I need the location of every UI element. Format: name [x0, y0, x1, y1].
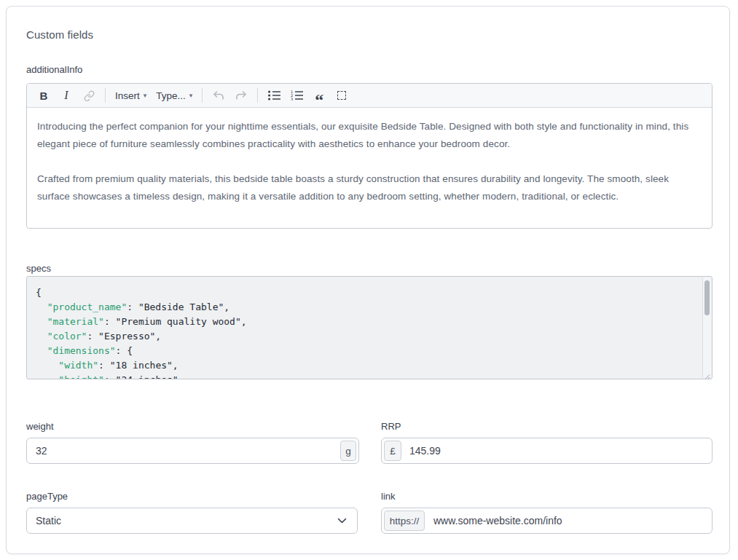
undo-icon — [213, 90, 224, 101]
undo-button[interactable] — [212, 87, 225, 104]
rrp-input[interactable] — [382, 438, 712, 463]
additional-info-label: additionalInfo — [26, 64, 82, 75]
rich-text-editor: BIInsert▾Type...▾123“ Introducing the pe… — [26, 83, 713, 229]
link-field: https:// — [381, 508, 713, 534]
code-line: "material": "Premium quality wood", — [36, 315, 696, 329]
page-type-select[interactable]: Static — [26, 508, 358, 534]
weight-unit-addon: g — [340, 441, 356, 461]
rich-text-content[interactable]: Introducing the perfect companion for yo… — [27, 108, 712, 205]
paragraph: Crafted from premium quality materials, … — [37, 170, 702, 205]
scrollbar[interactable] — [702, 277, 711, 378]
weight-input[interactable] — [27, 438, 358, 463]
italic-button[interactable]: I — [60, 87, 73, 104]
specs-label: specs — [26, 263, 51, 274]
card-title: Custom fields — [26, 28, 93, 41]
link-button[interactable] — [82, 87, 95, 104]
toolbar-separator — [257, 88, 258, 103]
code-line: "color": "Espresso", — [36, 329, 696, 344]
horizontal-rule-icon — [337, 91, 346, 100]
rich-text-toolbar: BIInsert▾Type...▾123“ — [27, 84, 712, 108]
redo-button[interactable] — [235, 87, 248, 104]
specs-code-editor[interactable]: { "product_name": "Bedside Table", "mate… — [26, 276, 713, 379]
code-line: "product_name": "Bedside Table", — [36, 300, 696, 315]
type-menu-button[interactable]: Type...▾ — [156, 87, 192, 104]
code-line: "height": "24 inches", — [36, 373, 696, 379]
custom-fields-card: Custom fields additionalInfo BIInsert▾Ty… — [6, 6, 730, 554]
link-icon — [84, 90, 95, 101]
page-type-label: pageType — [26, 491, 68, 502]
svg-text:3: 3 — [291, 97, 293, 100]
bullet-list-button[interactable] — [267, 87, 280, 104]
specs-code: { "product_name": "Bedside Table", "mate… — [27, 277, 702, 379]
horizontal-rule-button[interactable] — [335, 87, 348, 104]
weight-field: g — [26, 438, 359, 464]
chevron-down-icon — [337, 518, 347, 524]
page-type-selected-value: Static — [36, 515, 61, 527]
rrp-label: RRP — [381, 421, 401, 432]
numbered-list-button[interactable]: 123 — [290, 87, 303, 104]
chevron-down-icon: ▾ — [189, 92, 193, 99]
paragraph: Introducing the perfect companion for yo… — [37, 118, 702, 153]
code-line: "dimensions": { — [36, 344, 696, 358]
blockquote-button[interactable]: “ — [313, 87, 326, 104]
code-line: "width": "18 inches", — [36, 358, 696, 373]
toolbar-separator — [105, 88, 106, 103]
insert-menu-label: Insert — [115, 90, 140, 101]
weight-label: weight — [26, 421, 54, 432]
chevron-down-icon: ▾ — [144, 92, 147, 99]
rrp-field: £ — [381, 438, 713, 464]
protocol-addon: https:// — [384, 510, 425, 531]
toolbar-separator — [202, 88, 203, 103]
insert-menu-button[interactable]: Insert▾ — [115, 87, 146, 104]
numbered-list-icon: 123 — [291, 90, 303, 100]
scrollbar-thumb[interactable] — [704, 280, 710, 315]
link-input[interactable] — [382, 508, 712, 533]
type-menu-label: Type... — [156, 90, 186, 101]
link-label: link — [381, 491, 396, 502]
bullet-list-icon — [268, 90, 280, 100]
code-line: { — [36, 285, 696, 300]
redo-icon — [235, 90, 247, 101]
bold-button[interactable]: B — [37, 87, 50, 104]
blockquote-icon: “ — [315, 87, 323, 103]
resize-handle-icon[interactable] — [703, 370, 710, 377]
currency-addon: £ — [384, 441, 401, 461]
